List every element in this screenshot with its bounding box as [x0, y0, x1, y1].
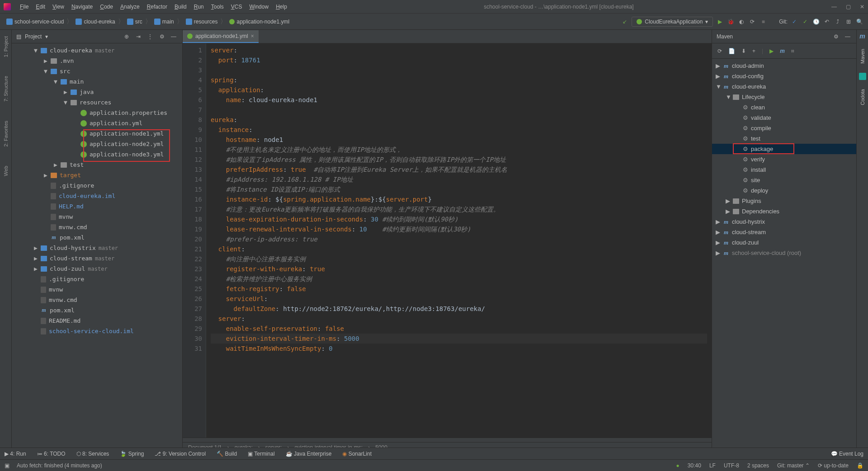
tree-item[interactable]: application.yml — [12, 118, 182, 128]
maven-item[interactable]: ⚙deploy — [712, 185, 856, 196]
crumb[interactable]: resources — [184, 18, 220, 26]
tree-item[interactable]: mvnw — [12, 284, 182, 295]
tree-item[interactable]: mvnw — [12, 212, 182, 222]
menu-navigate[interactable]: Navigate — [68, 2, 96, 12]
maven-item[interactable]: ▶mcloud-zuul — [712, 237, 856, 248]
maven-item[interactable]: ▶mcloud-hystrix — [712, 217, 856, 227]
run-configuration[interactable]: CloudEurekaApplication ▾ — [632, 17, 713, 27]
tab-structure[interactable]: 7: Structure — [3, 73, 9, 104]
tree-item[interactable]: ▶cloud-zuul master — [12, 264, 182, 274]
generate-icon[interactable]: 📄 — [728, 48, 735, 54]
encoding[interactable]: UTF-8 — [724, 462, 739, 469]
vcs-revert-icon[interactable]: ↶ — [823, 18, 831, 26]
tree-item[interactable]: ▶cloud-hystrix master — [12, 243, 182, 253]
project-tree[interactable]: ▼cloud-eureka master▶.mvn▼src▼main▶java▼… — [12, 43, 182, 452]
menu-code[interactable]: Code — [96, 2, 117, 12]
minimize-icon[interactable]: — — [831, 4, 837, 10]
run-button[interactable]: ▶ — [716, 18, 724, 26]
maven-item[interactable]: ⚙site — [712, 175, 856, 185]
tree-item[interactable]: ▼main — [12, 76, 182, 87]
tree-item[interactable]: ▶java — [12, 87, 182, 97]
skip-tests-icon[interactable]: ⌗ — [791, 48, 794, 54]
maven-item[interactable]: ⚙package — [712, 144, 856, 154]
tool-button[interactable]: ⎇ 9: Version Control — [155, 451, 206, 457]
codota-tab-icon[interactable] — [859, 73, 866, 80]
close-icon[interactable]: ✕ — [860, 4, 864, 10]
maven-item[interactable]: ⚙validate — [712, 113, 856, 123]
collapse-icon[interactable]: ⋮ — [146, 33, 154, 41]
menu-refactor[interactable]: Refactor — [143, 2, 171, 12]
vcs-update-icon[interactable]: ✓ — [790, 18, 798, 26]
tree-item[interactable]: mpom.xml — [12, 305, 182, 316]
maven-tab-icon[interactable]: m — [859, 33, 865, 40]
add-icon[interactable]: + — [752, 48, 755, 54]
tree-item[interactable]: application-node2.yml — [12, 139, 182, 149]
tree-item[interactable]: application-node1.yml — [12, 128, 182, 139]
tree-item[interactable]: ▼resources — [12, 97, 182, 108]
maven-settings-icon[interactable]: ⚙ — [832, 33, 840, 41]
tree-item[interactable]: mpom.xml — [12, 232, 182, 243]
maven-item[interactable]: ⚙test — [712, 133, 856, 144]
tool-window-icon[interactable]: ▣ — [5, 462, 9, 469]
maven-tree[interactable]: ▶mcloud-admin▶mcloud-config▼mcloud-eurek… — [712, 59, 856, 452]
locate-icon[interactable]: ⊕ — [123, 33, 131, 41]
coverage-button[interactable]: ◐ — [737, 18, 745, 26]
tree-item[interactable]: .gitignore — [12, 274, 182, 284]
tool-button[interactable]: 🔨 Build — [217, 451, 237, 457]
line-separator[interactable]: LF — [709, 462, 716, 469]
expand-icon[interactable]: ⇥ — [134, 33, 142, 41]
tool-button[interactable]: ◉ SonarLint — [342, 451, 372, 457]
download-icon[interactable]: ⬇ — [741, 48, 746, 54]
tool-button[interactable]: ▣ Terminal — [248, 451, 274, 457]
maven-item[interactable]: ▶Dependencies — [712, 206, 856, 217]
maven-item[interactable]: ▶mschool-service-cloud (root) — [712, 248, 856, 258]
settings-icon[interactable]: ⚙ — [158, 33, 166, 41]
tree-item[interactable]: cloud-eureka.iml — [12, 191, 182, 201]
tree-item[interactable]: application.properties — [12, 108, 182, 118]
indent[interactable]: 2 spaces — [747, 462, 769, 469]
menu-vcs[interactable]: VCS — [227, 2, 246, 12]
search-everywhere-icon[interactable]: 🔍 — [855, 18, 863, 26]
tree-item[interactable]: ▼src — [12, 66, 182, 76]
vcs-history-icon[interactable]: 🕓 — [812, 18, 820, 26]
git-branch[interactable]: Git: master ⌃ — [777, 462, 810, 469]
cursor-position[interactable]: 30:40 — [688, 462, 701, 469]
hide-icon[interactable]: — — [170, 33, 178, 41]
maven-item[interactable]: ▶mcloud-stream — [712, 227, 856, 237]
tab-web[interactable]: Web — [3, 163, 9, 179]
tab-project[interactable]: 1: Project — [3, 33, 9, 60]
maven-item[interactable]: ⚙verify — [712, 154, 856, 165]
maven-item[interactable]: ⚙clean — [712, 102, 856, 113]
tool-button[interactable]: ▶ 4: Run — [5, 451, 26, 457]
vcs-commit-icon[interactable]: ✓ — [801, 18, 809, 26]
editor-tab[interactable]: application-node1.yml × — [183, 30, 259, 43]
debug-button[interactable]: 🐞 — [726, 18, 735, 26]
line-gutter[interactable]: 1234567891011121314151617181920212223242… — [183, 43, 206, 438]
menu-analyze[interactable]: Analyze — [117, 2, 143, 12]
menu-run[interactable]: Run — [190, 2, 208, 12]
tab-codota[interactable]: Codota — [860, 86, 865, 108]
maximize-icon[interactable]: ▢ — [846, 4, 851, 10]
maven-item[interactable]: ▼Lifecycle — [712, 92, 856, 102]
tool-button[interactable]: ⬡ 8: Services — [76, 451, 109, 457]
tree-item[interactable]: ▼cloud-eureka master — [12, 45, 182, 56]
crumb[interactable]: application-node1.yml — [227, 18, 291, 26]
tree-item[interactable]: HELP.md — [12, 201, 182, 212]
tree-item[interactable]: application-node3.yml — [12, 149, 182, 160]
back-icon[interactable]: ↙ — [621, 18, 629, 26]
vcs-status[interactable]: ⟳ up-to-date — [818, 462, 849, 469]
maven-item[interactable]: ▶mcloud-admin — [712, 61, 856, 71]
menu-file[interactable]: File — [16, 2, 32, 12]
event-log-button[interactable]: 💬 Event Log — [831, 451, 863, 457]
structure-icon[interactable]: ⊞ — [844, 18, 853, 26]
reload-icon[interactable]: ⟳ — [717, 48, 722, 54]
maven-item[interactable]: ⚙compile — [712, 123, 856, 133]
maven-item[interactable]: ▶mcloud-config — [712, 71, 856, 81]
tab-close-icon[interactable]: × — [251, 33, 254, 39]
maven-item[interactable]: ⚙install — [712, 165, 856, 175]
tree-item[interactable]: mvnw.cmd — [12, 222, 182, 232]
tool-button[interactable]: ≔ 6: TODO — [37, 451, 66, 457]
panel-dropdown-icon[interactable]: ▾ — [45, 33, 48, 40]
tree-item[interactable]: ▶test — [12, 160, 182, 170]
menu-edit[interactable]: Edit — [32, 2, 49, 12]
